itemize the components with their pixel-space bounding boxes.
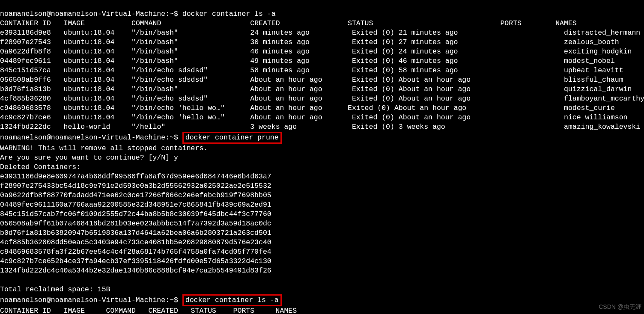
cell: c94869683578 bbox=[0, 104, 51, 112]
cell: Exited (0) About an hour ago bbox=[352, 113, 471, 121]
highlighted-command: docker container ls -a bbox=[182, 294, 282, 306]
cell: 056508ab9ff6 bbox=[0, 76, 51, 84]
cell: Exited (0) 27 minutes ago bbox=[352, 38, 458, 46]
deleted-id: 056508ab9ff61b07a468418bd281b03ee023abbb… bbox=[0, 219, 271, 228]
cell: modest_curie bbox=[564, 104, 615, 112]
deleted-id: 4cf885b362808dd50eac5c3403e94c733ce4081b… bbox=[0, 238, 271, 246]
cell: zealous_booth bbox=[564, 38, 619, 46]
cell: 46 minutes ago bbox=[250, 47, 310, 56]
cell: ubuntu:18.04 bbox=[64, 95, 115, 103]
hdr-image: IMAGE bbox=[64, 19, 85, 27]
cell: flamboyant_mccarthy bbox=[564, 95, 644, 103]
cell: Exited (0) 21 minutes ago bbox=[352, 29, 458, 37]
warning-text: WARNING! This will remove all stopped co… bbox=[0, 144, 208, 152]
cell: 04489fec9611 bbox=[0, 57, 51, 65]
cell: ubuntu:18.04 bbox=[64, 113, 115, 121]
cell: ubuntu:18.04 bbox=[64, 47, 115, 56]
watermark-text: CSDN @虫无涯 bbox=[599, 302, 641, 311]
deleted-id: 0a9622dfb8f88770fadadd471ee62c0ce17266f8… bbox=[0, 191, 271, 199]
cell: Exited (0) About an hour ago bbox=[352, 76, 471, 84]
deleted-header: Deleted Containers: bbox=[0, 163, 80, 171]
cell: "/bin/bash" bbox=[131, 57, 178, 65]
cell: 24 minutes ago bbox=[250, 29, 310, 37]
cell: e3931186d9e8 bbox=[0, 29, 51, 37]
deleted-id: c94869683578fa3f22b67ee54c4c4f28a68174b7… bbox=[0, 248, 271, 256]
cell: "/bin/bash" bbox=[131, 29, 178, 37]
prompt: noamanelson@noamanelson-Virtual-Machine:… bbox=[0, 296, 178, 304]
cell: ubuntu:18.04 bbox=[64, 76, 115, 84]
prompt: noamanelson@noamanelson-Virtual-Machine:… bbox=[0, 10, 178, 18]
reclaimed-space: Total reclaimed space: 15B bbox=[0, 285, 110, 293]
hdr-names: NAMES bbox=[555, 19, 577, 27]
cell: ubuntu:18.04 bbox=[64, 29, 115, 37]
cell: 3 weeks ago bbox=[250, 123, 297, 131]
cell: ubuntu:18.04 bbox=[64, 38, 115, 46]
cell: 30 minutes ago bbox=[250, 38, 310, 46]
cell: Exited (0) About an hour ago bbox=[352, 95, 471, 103]
cell: "/hello" bbox=[131, 123, 165, 131]
cell: blissful_chaum bbox=[564, 76, 623, 84]
cell: hello-world bbox=[64, 123, 110, 131]
highlighted-command: docker container prune bbox=[182, 132, 282, 144]
cell: About an hour ago bbox=[250, 76, 322, 84]
hdr2: CONTAINER ID IMAGE COMMAND CREATED STATU… bbox=[0, 307, 297, 314]
deleted-id: 845c151d57cab7fc06f0109d2555d72c44ba8b5b… bbox=[0, 210, 271, 218]
cell: 49 minutes ago bbox=[250, 57, 310, 65]
prompt: noamanelson@noamanelson-Virtual-Machine:… bbox=[0, 133, 178, 142]
cell: 4cf885b36280 bbox=[0, 95, 51, 103]
cell: Exited (0) 58 minutes ago bbox=[352, 66, 458, 74]
cell: About an hour ago bbox=[250, 104, 322, 112]
cell: 1324fbd222dc bbox=[0, 123, 51, 131]
cell: ubuntu:18.04 bbox=[64, 104, 115, 112]
cell: b0d76f1a813b bbox=[0, 85, 51, 93]
cell: quizzical_darwin bbox=[564, 85, 632, 93]
cell: upbeat_leavitt bbox=[564, 66, 623, 74]
cell: 58 minutes ago bbox=[250, 66, 310, 74]
cell: Exited (0) About an hour ago bbox=[352, 85, 471, 93]
cmd: docker container ls -a bbox=[182, 10, 276, 18]
cell: f28907e27543 bbox=[0, 38, 51, 46]
cell: distracted_hermann bbox=[564, 29, 640, 37]
deleted-id: e3931186d9e8e609747a4b68ddf99580ffa8af67… bbox=[0, 172, 271, 181]
cell: modest_nobel bbox=[564, 57, 615, 65]
cell: "/bin/bash" bbox=[131, 85, 178, 93]
cell: ubuntu:18.04 bbox=[64, 66, 115, 74]
hdr-cmd: COMMAND bbox=[131, 19, 161, 27]
cell: "/bin/echo sdsdsd" bbox=[131, 66, 208, 74]
confirm-prompt: Are you sure you want to continue? [y/N]… bbox=[0, 154, 178, 162]
deleted-id: 1324fbd222dc4c40a5344b2e32dae1340b86c888… bbox=[0, 267, 271, 275]
terminal[interactable]: noamanelson@noamanelson-Virtual-Machine:… bbox=[0, 0, 644, 314]
cell: 4c9c827b7ce6 bbox=[0, 113, 51, 121]
cell: About an hour ago bbox=[250, 95, 322, 103]
hdr-ports: PORTS bbox=[500, 19, 522, 27]
cell: 0a9622dfb8f8 bbox=[0, 47, 51, 56]
deleted-id: b0d76f1a813b63820947b6519836a137d4641a62… bbox=[0, 229, 271, 237]
cell: About an hour ago bbox=[250, 85, 322, 93]
cell: nice_williamson bbox=[564, 113, 628, 121]
deleted-id: 04489fec9611160a7766aaa92200585e32d34895… bbox=[0, 201, 271, 209]
cell: Exited (0) About an hour ago bbox=[348, 104, 466, 112]
hdr-status: STATUS bbox=[348, 19, 373, 27]
deleted-id: 4c9c827b7ce652b4ce37fa94ecb37ef339511842… bbox=[0, 257, 271, 265]
cell: amazing_kowalevski bbox=[564, 123, 640, 131]
hdr-id: CONTAINER ID bbox=[0, 19, 51, 27]
cell: Exited (0) 3 weeks ago bbox=[352, 123, 445, 131]
cell: ubuntu:18.04 bbox=[64, 57, 115, 65]
deleted-id: f28907e275433bc54d18c9e791e2d593e0a3b2d5… bbox=[0, 182, 271, 190]
cell: exciting_hodgkin bbox=[564, 47, 632, 56]
cell: "/bin/echo 'hello wo…" bbox=[131, 104, 225, 112]
cell: About an hour ago bbox=[250, 113, 322, 121]
cell: 845c151d57ca bbox=[0, 66, 51, 74]
cell: "/bin/bash" bbox=[131, 38, 178, 46]
cell: Exited (0) 24 minutes ago bbox=[352, 47, 458, 56]
hdr-created: CREATED bbox=[250, 19, 280, 27]
cell: "/bin/bash" bbox=[131, 47, 178, 56]
cell: ubuntu:18.04 bbox=[64, 85, 115, 93]
cell: "/bin/echo sdsdsd" bbox=[131, 76, 208, 84]
cell: Exited (0) 46 minutes ago bbox=[352, 57, 458, 65]
cell: "/bin/echo 'hello wo…" bbox=[131, 113, 225, 121]
cell: "/bin/echo sdsdsd" bbox=[131, 95, 208, 103]
